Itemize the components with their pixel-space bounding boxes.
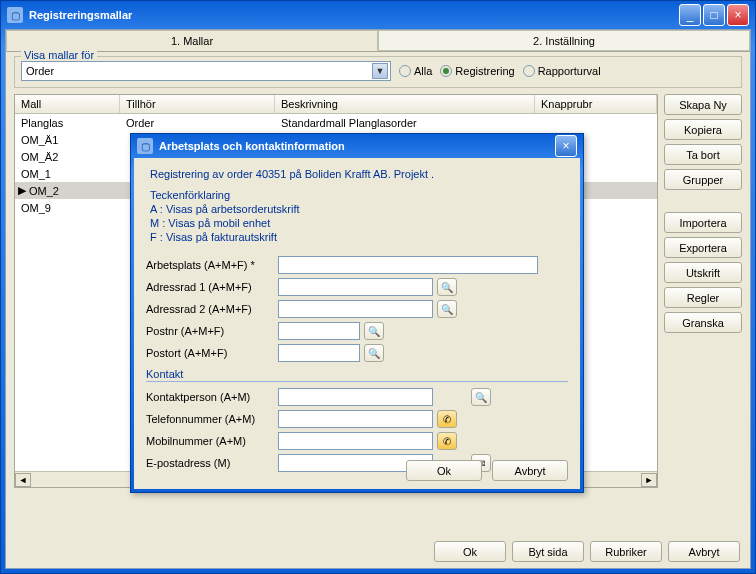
chevron-down-icon[interactable]: ▼	[372, 63, 388, 79]
telefon-input[interactable]	[278, 410, 433, 428]
legend-title: Teckenförklaring	[150, 188, 568, 202]
adress1-input[interactable]	[278, 278, 433, 296]
app-icon: ▢	[7, 7, 23, 23]
tab-mallar[interactable]: 1. Mallar	[6, 30, 378, 51]
col-beskrivning[interactable]: Beskrivning	[275, 95, 535, 113]
postnr-input[interactable]	[278, 322, 360, 340]
modal-dialog: ▢ Arbetsplats och kontaktinformation × R…	[130, 133, 584, 493]
modal-header: Registrering av order 40351 på Boliden K…	[150, 168, 568, 180]
modal-ok-button[interactable]: Ok	[406, 460, 482, 481]
modal-cancel-button[interactable]: Avbryt	[492, 460, 568, 481]
arbetsplats-label: Arbetsplats (A+M+F) *	[146, 259, 274, 271]
lookup-icon[interactable]: 🔍	[437, 278, 457, 296]
lookup-icon[interactable]: 🔍	[471, 388, 491, 406]
modal-close-button[interactable]: ×	[555, 135, 577, 157]
legend-f: F : Visas på fakturautskrift	[150, 230, 568, 244]
lookup-icon[interactable]: 🔍	[364, 344, 384, 362]
tab-installning[interactable]: 2. Inställning	[378, 30, 750, 51]
epost-label: E-postadress (M)	[146, 457, 274, 469]
modal-footer: Ok Avbryt	[406, 460, 568, 481]
postort-input[interactable]	[278, 344, 360, 362]
importera-button[interactable]: Importera	[664, 212, 742, 233]
telefon-label: Telefonnummer (A+M)	[146, 413, 274, 425]
utskrift-button[interactable]: Utskrift	[664, 262, 742, 283]
maximize-button[interactable]: □	[703, 4, 725, 26]
window-title: Registreringsmallar	[29, 9, 679, 21]
side-actions: Skapa Ny Kopiera Ta bort Grupper Importe…	[664, 94, 742, 488]
grupper-button[interactable]: Grupper	[664, 169, 742, 190]
main-window: ▢ Registreringsmallar _ □ × 1. Mallar 2.…	[0, 0, 756, 574]
regler-button[interactable]: Regler	[664, 287, 742, 308]
adress1-label: Adressrad 1 (A+M+F)	[146, 281, 274, 293]
byt-sida-button[interactable]: Byt sida	[512, 541, 584, 562]
radio-alla[interactable]: Alla	[399, 65, 432, 77]
postort-label: Postort (A+M+F)	[146, 347, 274, 359]
legend-a: A : Visas på arbetsorderutskrift	[150, 202, 568, 216]
legend-m: M : Visas på mobil enhet	[150, 216, 568, 230]
close-button[interactable]: ×	[727, 4, 749, 26]
lookup-icon[interactable]: 🔍	[437, 300, 457, 318]
lookup-icon[interactable]: 🔍	[364, 322, 384, 340]
footer-actions: Ok Byt sida Rubriker Avbryt	[434, 541, 740, 562]
combo-value: Order	[26, 65, 372, 77]
kontaktperson-label: Kontaktperson (A+M)	[146, 391, 274, 403]
phone-icon[interactable]: ✆	[437, 432, 457, 450]
legend-block: Teckenförklaring A : Visas på arbetsorde…	[150, 188, 568, 244]
col-knapprubr[interactable]: Knapprubr	[535, 95, 657, 113]
kontakt-section: Kontakt	[146, 368, 568, 382]
table-row[interactable]: PlanglasOrderStandardmall Planglasorder	[15, 114, 657, 131]
modal-title: Arbetsplats och kontaktinformation	[159, 140, 555, 152]
radio-label: Alla	[414, 65, 432, 77]
modal-icon: ▢	[137, 138, 153, 154]
radio-rapporturval[interactable]: Rapporturval	[523, 65, 601, 77]
ok-button[interactable]: Ok	[434, 541, 506, 562]
filter-legend: Visa mallar för	[21, 49, 97, 61]
table-header: Mall Tillhör Beskrivning Knapprubr	[15, 95, 657, 114]
tabstrip: 1. Mallar 2. Inställning	[6, 30, 750, 52]
filter-combo[interactable]: Order ▼	[21, 61, 391, 81]
minimize-button[interactable]: _	[679, 4, 701, 26]
caret-right-icon: ▶	[17, 184, 27, 197]
mobil-label: Mobilnummer (A+M)	[146, 435, 274, 447]
radio-registrering[interactable]: Registrering	[440, 65, 514, 77]
titlebar: ▢ Registreringsmallar _ □ ×	[1, 1, 755, 29]
kontaktperson-input[interactable]	[278, 388, 433, 406]
scroll-left-icon[interactable]: ◄	[15, 473, 31, 487]
postnr-label: Postnr (A+M+F)	[146, 325, 274, 337]
filter-fieldset: Visa mallar för Order ▼ Alla Registrerin…	[14, 56, 742, 88]
ta-bort-button[interactable]: Ta bort	[664, 144, 742, 165]
col-tillhor[interactable]: Tillhör	[120, 95, 275, 113]
scroll-right-icon[interactable]: ►	[641, 473, 657, 487]
arbetsplats-input[interactable]	[278, 256, 538, 274]
radio-label: Registrering	[455, 65, 514, 77]
kopiera-button[interactable]: Kopiera	[664, 119, 742, 140]
rubriker-button[interactable]: Rubriker	[590, 541, 662, 562]
col-mall[interactable]: Mall	[15, 95, 120, 113]
skapa-ny-button[interactable]: Skapa Ny	[664, 94, 742, 115]
phone-icon[interactable]: ✆	[437, 410, 457, 428]
adress2-label: Adressrad 2 (A+M+F)	[146, 303, 274, 315]
tab-label: 1. Mallar	[171, 35, 213, 47]
radio-label: Rapporturval	[538, 65, 601, 77]
tab-label: 2. Inställning	[533, 35, 595, 47]
exportera-button[interactable]: Exportera	[664, 237, 742, 258]
modal-client: Registrering av order 40351 på Boliden K…	[134, 158, 580, 489]
granska-button[interactable]: Granska	[664, 312, 742, 333]
avbryt-button[interactable]: Avbryt	[668, 541, 740, 562]
adress2-input[interactable]	[278, 300, 433, 318]
mobil-input[interactable]	[278, 432, 433, 450]
modal-titlebar: ▢ Arbetsplats och kontaktinformation ×	[131, 134, 583, 158]
